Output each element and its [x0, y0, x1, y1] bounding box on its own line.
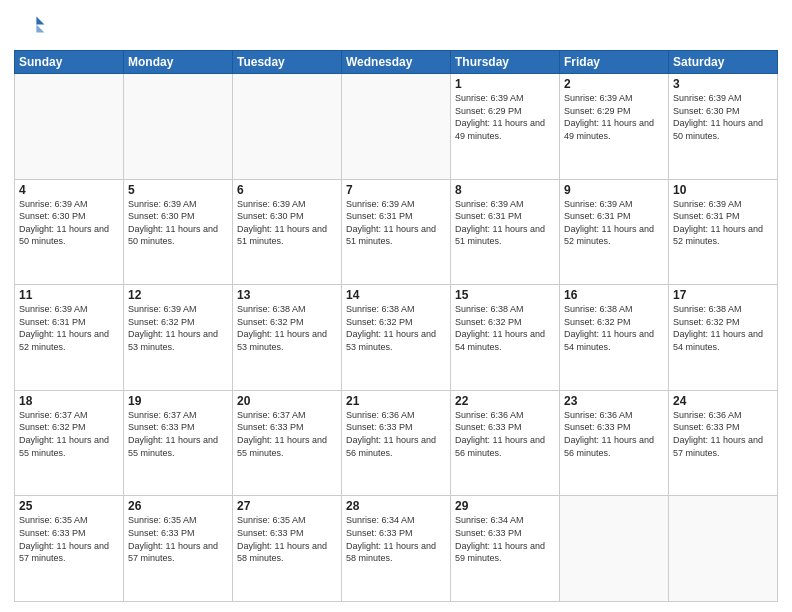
day-number: 11	[19, 288, 119, 302]
day-number: 9	[564, 183, 664, 197]
day-cell: 29Sunrise: 6:34 AM Sunset: 6:33 PM Dayli…	[451, 496, 560, 602]
day-info: Sunrise: 6:36 AM Sunset: 6:33 PM Dayligh…	[455, 409, 555, 459]
day-info: Sunrise: 6:34 AM Sunset: 6:33 PM Dayligh…	[346, 514, 446, 564]
day-cell: 3Sunrise: 6:39 AM Sunset: 6:30 PM Daylig…	[669, 74, 778, 180]
weekday-header-tuesday: Tuesday	[233, 51, 342, 74]
day-number: 7	[346, 183, 446, 197]
day-cell: 7Sunrise: 6:39 AM Sunset: 6:31 PM Daylig…	[342, 179, 451, 285]
day-number: 24	[673, 394, 773, 408]
weekday-header-sunday: Sunday	[15, 51, 124, 74]
svg-marker-1	[36, 24, 44, 32]
day-number: 17	[673, 288, 773, 302]
day-cell	[560, 496, 669, 602]
day-number: 2	[564, 77, 664, 91]
day-cell: 10Sunrise: 6:39 AM Sunset: 6:31 PM Dayli…	[669, 179, 778, 285]
week-row-5: 25Sunrise: 6:35 AM Sunset: 6:33 PM Dayli…	[15, 496, 778, 602]
day-info: Sunrise: 6:38 AM Sunset: 6:32 PM Dayligh…	[673, 303, 773, 353]
day-cell: 21Sunrise: 6:36 AM Sunset: 6:33 PM Dayli…	[342, 390, 451, 496]
weekday-header-saturday: Saturday	[669, 51, 778, 74]
day-cell: 22Sunrise: 6:36 AM Sunset: 6:33 PM Dayli…	[451, 390, 560, 496]
day-number: 27	[237, 499, 337, 513]
day-info: Sunrise: 6:35 AM Sunset: 6:33 PM Dayligh…	[19, 514, 119, 564]
day-number: 25	[19, 499, 119, 513]
day-cell: 1Sunrise: 6:39 AM Sunset: 6:29 PM Daylig…	[451, 74, 560, 180]
day-number: 10	[673, 183, 773, 197]
day-info: Sunrise: 6:39 AM Sunset: 6:31 PM Dayligh…	[564, 198, 664, 248]
day-cell	[233, 74, 342, 180]
day-cell: 18Sunrise: 6:37 AM Sunset: 6:32 PM Dayli…	[15, 390, 124, 496]
day-cell: 11Sunrise: 6:39 AM Sunset: 6:31 PM Dayli…	[15, 285, 124, 391]
day-cell: 8Sunrise: 6:39 AM Sunset: 6:31 PM Daylig…	[451, 179, 560, 285]
weekday-header-row: SundayMondayTuesdayWednesdayThursdayFrid…	[15, 51, 778, 74]
week-row-3: 11Sunrise: 6:39 AM Sunset: 6:31 PM Dayli…	[15, 285, 778, 391]
day-number: 22	[455, 394, 555, 408]
day-info: Sunrise: 6:37 AM Sunset: 6:33 PM Dayligh…	[237, 409, 337, 459]
day-info: Sunrise: 6:38 AM Sunset: 6:32 PM Dayligh…	[564, 303, 664, 353]
day-number: 15	[455, 288, 555, 302]
day-info: Sunrise: 6:36 AM Sunset: 6:33 PM Dayligh…	[346, 409, 446, 459]
day-cell: 19Sunrise: 6:37 AM Sunset: 6:33 PM Dayli…	[124, 390, 233, 496]
weekday-header-thursday: Thursday	[451, 51, 560, 74]
day-cell: 14Sunrise: 6:38 AM Sunset: 6:32 PM Dayli…	[342, 285, 451, 391]
week-row-2: 4Sunrise: 6:39 AM Sunset: 6:30 PM Daylig…	[15, 179, 778, 285]
day-cell: 5Sunrise: 6:39 AM Sunset: 6:30 PM Daylig…	[124, 179, 233, 285]
day-info: Sunrise: 6:34 AM Sunset: 6:33 PM Dayligh…	[455, 514, 555, 564]
day-cell: 17Sunrise: 6:38 AM Sunset: 6:32 PM Dayli…	[669, 285, 778, 391]
week-row-1: 1Sunrise: 6:39 AM Sunset: 6:29 PM Daylig…	[15, 74, 778, 180]
day-info: Sunrise: 6:38 AM Sunset: 6:32 PM Dayligh…	[346, 303, 446, 353]
day-number: 3	[673, 77, 773, 91]
day-info: Sunrise: 6:39 AM Sunset: 6:30 PM Dayligh…	[237, 198, 337, 248]
day-number: 13	[237, 288, 337, 302]
day-number: 4	[19, 183, 119, 197]
day-info: Sunrise: 6:38 AM Sunset: 6:32 PM Dayligh…	[237, 303, 337, 353]
header	[14, 10, 778, 42]
day-info: Sunrise: 6:39 AM Sunset: 6:32 PM Dayligh…	[128, 303, 228, 353]
day-number: 6	[237, 183, 337, 197]
weekday-header-monday: Monday	[124, 51, 233, 74]
day-number: 12	[128, 288, 228, 302]
day-number: 1	[455, 77, 555, 91]
day-number: 21	[346, 394, 446, 408]
logo	[14, 10, 48, 42]
day-cell: 9Sunrise: 6:39 AM Sunset: 6:31 PM Daylig…	[560, 179, 669, 285]
day-number: 20	[237, 394, 337, 408]
day-cell	[15, 74, 124, 180]
day-cell: 28Sunrise: 6:34 AM Sunset: 6:33 PM Dayli…	[342, 496, 451, 602]
day-cell	[342, 74, 451, 180]
weekday-header-friday: Friday	[560, 51, 669, 74]
day-number: 19	[128, 394, 228, 408]
weekday-header-wednesday: Wednesday	[342, 51, 451, 74]
day-number: 26	[128, 499, 228, 513]
day-info: Sunrise: 6:38 AM Sunset: 6:32 PM Dayligh…	[455, 303, 555, 353]
day-info: Sunrise: 6:36 AM Sunset: 6:33 PM Dayligh…	[673, 409, 773, 459]
day-cell	[669, 496, 778, 602]
day-info: Sunrise: 6:35 AM Sunset: 6:33 PM Dayligh…	[237, 514, 337, 564]
day-number: 23	[564, 394, 664, 408]
calendar: SundayMondayTuesdayWednesdayThursdayFrid…	[14, 50, 778, 602]
day-info: Sunrise: 6:35 AM Sunset: 6:33 PM Dayligh…	[128, 514, 228, 564]
day-info: Sunrise: 6:37 AM Sunset: 6:33 PM Dayligh…	[128, 409, 228, 459]
logo-icon	[14, 10, 46, 42]
day-cell: 25Sunrise: 6:35 AM Sunset: 6:33 PM Dayli…	[15, 496, 124, 602]
day-info: Sunrise: 6:36 AM Sunset: 6:33 PM Dayligh…	[564, 409, 664, 459]
day-cell: 23Sunrise: 6:36 AM Sunset: 6:33 PM Dayli…	[560, 390, 669, 496]
week-row-4: 18Sunrise: 6:37 AM Sunset: 6:32 PM Dayli…	[15, 390, 778, 496]
day-cell: 6Sunrise: 6:39 AM Sunset: 6:30 PM Daylig…	[233, 179, 342, 285]
day-cell	[124, 74, 233, 180]
day-cell: 13Sunrise: 6:38 AM Sunset: 6:32 PM Dayli…	[233, 285, 342, 391]
day-info: Sunrise: 6:39 AM Sunset: 6:29 PM Dayligh…	[564, 92, 664, 142]
day-cell: 27Sunrise: 6:35 AM Sunset: 6:33 PM Dayli…	[233, 496, 342, 602]
day-cell: 20Sunrise: 6:37 AM Sunset: 6:33 PM Dayli…	[233, 390, 342, 496]
day-number: 18	[19, 394, 119, 408]
day-cell: 4Sunrise: 6:39 AM Sunset: 6:30 PM Daylig…	[15, 179, 124, 285]
day-cell: 2Sunrise: 6:39 AM Sunset: 6:29 PM Daylig…	[560, 74, 669, 180]
day-number: 14	[346, 288, 446, 302]
day-info: Sunrise: 6:39 AM Sunset: 6:30 PM Dayligh…	[19, 198, 119, 248]
day-number: 8	[455, 183, 555, 197]
day-info: Sunrise: 6:37 AM Sunset: 6:32 PM Dayligh…	[19, 409, 119, 459]
day-info: Sunrise: 6:39 AM Sunset: 6:31 PM Dayligh…	[346, 198, 446, 248]
svg-marker-0	[36, 16, 44, 24]
day-info: Sunrise: 6:39 AM Sunset: 6:29 PM Dayligh…	[455, 92, 555, 142]
day-cell: 15Sunrise: 6:38 AM Sunset: 6:32 PM Dayli…	[451, 285, 560, 391]
day-info: Sunrise: 6:39 AM Sunset: 6:30 PM Dayligh…	[128, 198, 228, 248]
